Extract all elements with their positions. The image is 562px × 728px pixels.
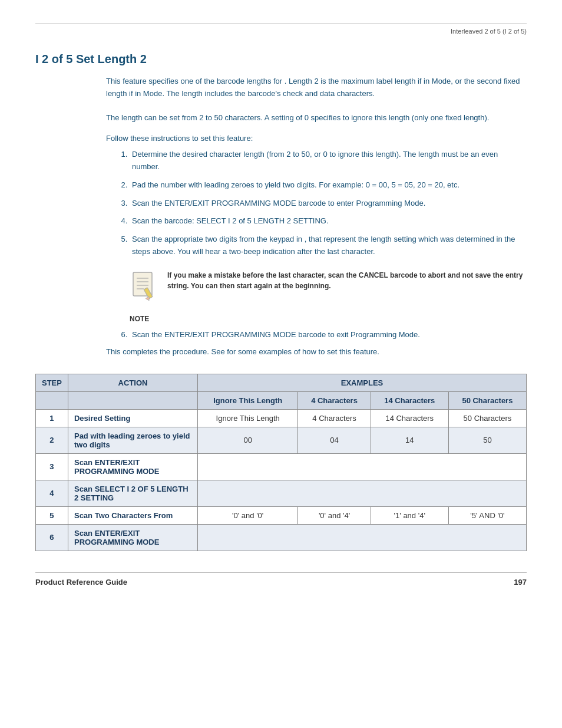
note-text: If you make a mistake before the last ch… <box>167 270 527 291</box>
instruction-list-continued: Scan the ENTER/EXIT PROGRAMMING MODE bar… <box>130 329 527 341</box>
completes-text: This completes the procedure. See for so… <box>106 347 527 356</box>
table-cell-example: 14 <box>371 427 448 453</box>
table-cell-span <box>197 480 526 506</box>
table-row: 1Desired SettingIgnore This Length4 Char… <box>36 409 527 427</box>
table-col-four: 4 Characters <box>298 391 371 409</box>
table-cell-example: Ignore This Length <box>197 409 297 427</box>
table-cell-example: '0' and '0' <box>197 506 297 524</box>
table-row: 5Scan Two Characters From'0' and '0''0' … <box>36 506 527 524</box>
instruction-step-5: Scan the appropriate two digits from the… <box>130 233 527 258</box>
instruction-step-1: Determine the desired character length (… <box>130 149 527 173</box>
note-icon <box>130 270 158 303</box>
page-header: Interleaved 2 of 5 (I 2 of 5) <box>35 24 527 35</box>
table-cell-action: Scan SELECT I 2 OF 5 LENGTH 2 SETTING <box>68 480 197 506</box>
table-row: 6Scan ENTER/EXIT PROGRAMMING MODE <box>36 524 527 551</box>
table-cell-step: 3 <box>36 453 68 480</box>
table-cell-action: Pad with leading zeroes to yield two dig… <box>68 427 197 453</box>
table-subheader-action <box>68 391 197 409</box>
table-cell-example: 14 Characters <box>371 409 448 427</box>
table-row: 4Scan SELECT I 2 OF 5 LENGTH 2 SETTING <box>36 480 527 506</box>
table-header-examples: EXAMPLES <box>197 374 526 391</box>
table-subheader-step <box>36 391 68 409</box>
table-cell-action: Scan ENTER/EXIT PROGRAMMING MODE <box>68 453 197 480</box>
section-title: I 2 of 5 Set Length 2 <box>35 52 527 66</box>
page-footer: Product Reference Guide 197 <box>35 572 527 587</box>
table-cell-action: Desired Setting <box>68 409 197 427</box>
instruction-step-6: Scan the ENTER/EXIT PROGRAMMING MODE bar… <box>130 329 527 341</box>
follow-text: Follow these instructions to set this fe… <box>106 134 527 143</box>
note-label: NOTE <box>130 315 527 323</box>
instruction-step-2: Pad the number with leading zeroes to yi… <box>130 179 527 192</box>
table-cell-action: Scan Two Characters From <box>68 506 197 524</box>
header-text: Interleaved 2 of 5 (I 2 of 5) <box>451 28 527 35</box>
table-cell-step: 1 <box>36 409 68 427</box>
table-cell-span <box>197 453 526 480</box>
table-cell-example: 4 Characters <box>298 409 371 427</box>
table-cell-example: 50 Characters <box>448 409 526 427</box>
table-cell-step: 4 <box>36 480 68 506</box>
table-col-fourteen: 14 Characters <box>371 391 448 409</box>
table-cell-example: '0' and '4' <box>298 506 371 524</box>
table-cell-example: '5' AND '0' <box>448 506 526 524</box>
table-cell-step: 6 <box>36 524 68 551</box>
instruction-list: Determine the desired character length (… <box>130 149 527 258</box>
table-cell-span <box>197 524 526 551</box>
table-cell-example: '1' and '4' <box>371 506 448 524</box>
footer-right: 197 <box>514 578 527 587</box>
instruction-step-4: Scan the barcode: SELECT I 2 of 5 LENGTH… <box>130 215 527 228</box>
table-cell-step: 5 <box>36 506 68 524</box>
table-cell-example: 50 <box>448 427 526 453</box>
table-cell-example: 00 <box>197 427 297 453</box>
examples-table: STEP ACTION EXAMPLES Ignore This Length … <box>35 374 527 551</box>
table-cell-step: 2 <box>36 427 68 453</box>
footer-left: Product Reference Guide <box>35 578 127 587</box>
table-row: 3Scan ENTER/EXIT PROGRAMMING MODE <box>36 453 527 480</box>
table-header-step: STEP <box>36 374 68 391</box>
instruction-step-3: Scan the ENTER/EXIT PROGRAMMING MODE bar… <box>130 197 527 210</box>
table-header-action: ACTION <box>68 374 197 391</box>
table-col-fifty: 50 Characters <box>448 391 526 409</box>
table-row: 2Pad with leading zeroes to yield two di… <box>36 427 527 453</box>
note-box: If you make a mistake before the last ch… <box>130 270 527 303</box>
table-cell-action: Scan ENTER/EXIT PROGRAMMING MODE <box>68 524 197 551</box>
table-cell-example: 04 <box>298 427 371 453</box>
intro-paragraph-1: This feature specifies one of the barcod… <box>106 75 527 124</box>
table-col-ignore: Ignore This Length <box>197 391 297 409</box>
